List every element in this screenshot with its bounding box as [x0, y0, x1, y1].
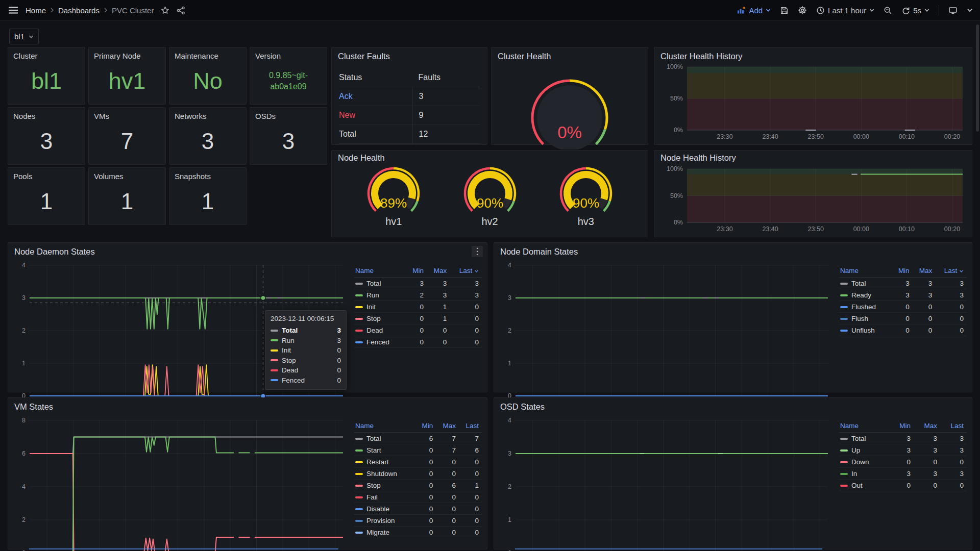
series-color-dash: [271, 379, 278, 381]
legend-col-max[interactable]: Max: [914, 420, 940, 433]
menu-icon[interactable]: [8, 6, 18, 14]
node-domain-states-chart[interactable]: 23:2523:3023:3523:4023:4523:5023:5500:00…: [498, 260, 835, 409]
legend-series-name[interactable]: Total: [839, 278, 892, 289]
legend-max: 1: [427, 313, 450, 324]
panel-title-cluster-health-history[interactable]: Cluster Health History: [660, 52, 742, 61]
share-icon[interactable]: [177, 6, 185, 15]
star-icon[interactable]: [161, 6, 169, 15]
legend-series-name[interactable]: Init: [354, 301, 406, 313]
add-button[interactable]: Add: [737, 6, 771, 15]
svg-text:1: 1: [508, 360, 511, 367]
svg-text:0%: 0%: [674, 219, 683, 226]
legend-col-name[interactable]: Name: [839, 265, 892, 278]
save-dashboard-icon[interactable]: [780, 6, 789, 15]
cluster-health-history-chart[interactable]: 23:3023:4023:5000:0000:1000:20100%50%0%: [658, 63, 968, 142]
vm-states-chart[interactable]: 23:2523:3023:3523:4023:4523:5023:5500:00…: [12, 415, 350, 551]
stat-value: 1: [8, 181, 85, 221]
scrollbar-thumb[interactable]: [976, 24, 979, 132]
legend-series-name[interactable]: Fail: [354, 491, 415, 503]
legend-series-name[interactable]: Run: [354, 289, 406, 301]
refresh-button[interactable]: 5s: [901, 6, 929, 15]
node-health-gauge-hv2: 90%hv2: [452, 165, 528, 228]
osd-states-chart[interactable]: 23:2523:3023:3523:4023:4523:5023:5500:00…: [498, 415, 835, 551]
legend-series-name[interactable]: In: [839, 468, 890, 480]
legend-col-min[interactable]: Min: [890, 420, 914, 433]
legend-series-name[interactable]: Down: [839, 456, 890, 468]
panel-menu-icon[interactable]: ⋮: [472, 246, 483, 257]
legend-row: Stop 0 1 0: [354, 313, 482, 324]
stat-panel-maintenance: Maintenance No: [169, 47, 247, 105]
node-health-gauge-hv1: 89%hv1: [355, 165, 432, 228]
panel-title-osd-states[interactable]: OSD States: [500, 402, 545, 412]
legend-col-last[interactable]: Last: [935, 265, 967, 278]
legend-series-name[interactable]: Stop: [354, 313, 406, 324]
fault-status: Total: [339, 130, 412, 139]
panel-title-cluster-health[interactable]: Cluster Health: [498, 52, 551, 61]
legend-col-max[interactable]: Max: [427, 265, 450, 278]
legend-series-name[interactable]: Total: [839, 433, 890, 444]
legend-col-name[interactable]: Name: [354, 265, 406, 278]
legend-col-last[interactable]: Last: [450, 265, 482, 278]
series-color-dash: [840, 449, 848, 452]
panel-title-vm-states[interactable]: VM States: [14, 402, 53, 412]
legend-series-name[interactable]: Total: [354, 278, 406, 289]
legend-series-name[interactable]: Restart: [354, 456, 415, 468]
svg-text:89%: 89%: [380, 195, 407, 211]
panel-title-node-domain-states[interactable]: Node Domain States: [500, 247, 578, 257]
legend-series-name[interactable]: Shutdown: [354, 468, 415, 480]
legend-last: 0: [935, 301, 967, 313]
faults-row: Total 12: [339, 125, 480, 144]
legend-series-name[interactable]: Up: [839, 444, 890, 456]
settings-gear-icon[interactable]: [798, 6, 807, 15]
faults-col-faults: Faults: [412, 73, 480, 82]
breadcrumb-item[interactable]: Home: [26, 6, 46, 15]
node-health-history-chart[interactable]: 23:3023:4023:5000:0000:1000:20100%50%0%: [658, 165, 968, 235]
svg-text:3: 3: [508, 450, 511, 457]
panel-title-node-daemon-states[interactable]: Node Daemon States: [14, 247, 95, 257]
legend-col-max[interactable]: Max: [913, 265, 936, 278]
legend-series-name[interactable]: Ready: [839, 289, 892, 301]
panel-title-cluster-faults[interactable]: Cluster Faults: [338, 52, 390, 61]
legend-series-name[interactable]: Flush: [839, 313, 892, 324]
legend-col-min[interactable]: Min: [406, 265, 427, 278]
legend-col-min[interactable]: Min: [415, 420, 436, 433]
legend-series-name[interactable]: Total: [354, 433, 415, 444]
fault-count: 9: [412, 106, 480, 124]
faults-header-row: Status Faults: [339, 68, 480, 87]
legend-series-name[interactable]: Provision: [354, 515, 415, 527]
legend-series-name[interactable]: Fenced: [354, 336, 406, 348]
legend-col-min[interactable]: Min: [892, 265, 913, 278]
panel-title-node-health-history[interactable]: Node Health History: [660, 153, 736, 163]
refresh-interval-label[interactable]: 5s: [913, 6, 921, 15]
legend-last: 1: [459, 480, 482, 491]
gauge-svg: 90%: [452, 165, 528, 217]
variable-dropdown-cluster[interactable]: bl1: [9, 29, 39, 44]
tv-mode-icon[interactable]: [948, 6, 958, 15]
series-color-dash: [355, 520, 363, 522]
legend-series-name[interactable]: Dead: [354, 324, 406, 336]
legend-col-name[interactable]: Name: [839, 420, 890, 433]
legend-series-name[interactable]: Flushed: [839, 301, 892, 313]
legend-series-name[interactable]: Migrate: [354, 527, 415, 538]
legend-col-last[interactable]: Last: [940, 420, 967, 433]
panel-cluster-health-history: Cluster Health History 23:3023:4023:5000…: [654, 47, 972, 145]
legend-series-name[interactable]: Out: [839, 480, 890, 491]
nav-caret-icon[interactable]: [967, 7, 973, 13]
legend-min: 0: [892, 324, 913, 336]
legend-row: Disable 0 0 0: [354, 503, 482, 515]
breadcrumb-item[interactable]: Dashboards: [58, 6, 100, 15]
legend-series-name[interactable]: Disable: [354, 503, 415, 515]
panel-title-node-health[interactable]: Node Health: [338, 153, 385, 163]
top-nav: HomeDashboardsPVC Cluster Add: [0, 0, 980, 21]
legend-series-name[interactable]: Unflush: [839, 324, 892, 336]
legend-max: 1: [427, 301, 450, 313]
time-range-picker[interactable]: Last 1 hour: [816, 6, 874, 15]
legend-series-name[interactable]: Stop: [354, 480, 415, 491]
legend-col-name[interactable]: Name: [354, 420, 415, 433]
legend-col-max[interactable]: Max: [436, 420, 459, 433]
stat-panel-snapshots: Snapshots 1: [169, 167, 247, 225]
zoom-out-icon[interactable]: [884, 6, 892, 15]
legend-series-name[interactable]: Start: [354, 444, 415, 456]
timeseries-svg: 23:3023:4023:5000:0000:1000:20100%50%0%: [658, 63, 968, 142]
legend-col-last[interactable]: Last: [459, 420, 482, 433]
